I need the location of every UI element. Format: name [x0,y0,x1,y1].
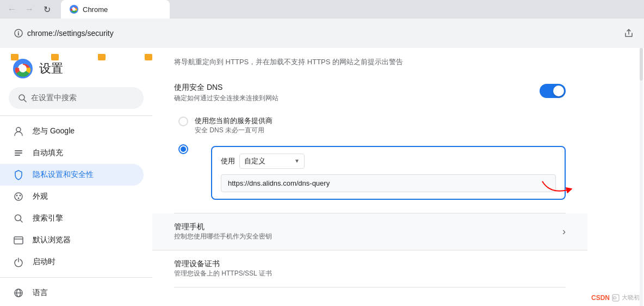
dns-title: 使用安全 DNS [174,83,278,93]
svg-line-9 [24,100,26,102]
shield-icon [13,169,24,180]
svg-rect-12 [15,152,22,154]
watermark-icon [612,294,620,302]
folder-icon [11,54,18,60]
dns-input-wrapper [221,174,556,192]
svg-point-16 [20,195,21,197]
red-arrow-annotation [540,179,572,200]
security-icon: ℹ [14,29,23,38]
browser-chrome: ← → ↻ Chrome ℹ chrome://setting [0,0,644,48]
back-button[interactable]: ← [4,2,20,17]
manage-phone-section[interactable]: 管理手机 控制您使用哪些手机作为安全密钥 › [152,213,587,250]
power-icon [13,256,24,267]
dns-description: 确定如何通过安全连接来连接到网站 [174,94,278,103]
search-bar[interactable]: 在设置中搜索 [9,87,144,109]
sidebar-item-label: 语言 [33,288,48,298]
svg-point-14 [15,193,22,200]
sidebar-item-search[interactable]: 搜索引擎 [0,207,144,229]
dns-select-row: 使用 自定义 ▼ [221,154,556,169]
sidebar-divider [0,115,152,116]
chrome-logo [13,59,33,78]
tab-label: Chrome [83,5,108,14]
dns-box-wrapper: 使用 自定义 ▼ [195,144,566,200]
content-area: 将导航重定向到 HTTPS，并在加载不支持 HTTPS 的网站之前提示出警告 使… [152,48,587,287]
radio-custom[interactable]: 使用 自定义 ▼ [178,139,566,204]
dns-input[interactable] [221,174,556,192]
dns-use-label: 使用 [221,156,235,166]
scrollbar[interactable] [640,48,643,81]
sidebar-item-label: 启动时 [33,257,55,267]
folder-icon [51,54,59,60]
folder-icon [145,54,152,60]
app-layout: 设置 在设置中搜索 您与 Google [0,48,644,306]
globe-icon [13,287,24,298]
svg-text:ℹ: ℹ [17,30,20,36]
dns-dropdown[interactable]: 自定义 ▼ [239,154,305,169]
tab-bar: ← → ↻ Chrome [0,0,644,19]
address-bar[interactable]: ℹ chrome://settings/security [7,23,616,43]
toggle-knob [553,85,564,96]
settings-title: 设置 [39,60,63,77]
sidebar-item-label: 隐私设置和安全性 [33,170,94,180]
sidebar-divider2 [0,277,152,278]
manage-cert-title: 管理设备证书 [174,259,566,269]
share-button[interactable] [620,25,637,42]
dns-text-block: 使用安全 DNS 确定如何通过安全连接来连接到网站 [174,83,278,103]
folder-icon [98,54,106,60]
svg-point-7 [19,65,27,72]
chevron-down-icon: ▼ [294,158,300,164]
svg-point-10 [16,127,21,132]
radio-circle-current [178,117,188,126]
address-text: chrome://settings/security [27,29,114,38]
search-placeholder: 在设置中搜索 [31,93,77,103]
nav-buttons: ← → ↻ [4,2,54,17]
chrome-tab-icon [70,5,78,14]
palette-icon [13,191,24,202]
chevron-right-icon: › [562,226,566,237]
sidebar: 设置 在设置中搜索 您与 Google [0,48,152,306]
radio-current-provider[interactable]: 使用您当前的服务提供商 安全 DNS 未必一直可用 [178,112,566,139]
sidebar-item-language[interactable]: 语言 [0,282,144,304]
person-icon [13,126,24,137]
search-icon [18,94,27,102]
sidebar-item-browser[interactable]: 默认浏览器 [0,229,144,251]
share-icon [624,28,634,38]
svg-line-19 [20,220,22,222]
radio-text-block: 使用您当前的服务提供商 安全 DNS 未必一直可用 [195,116,273,135]
svg-point-2 [72,8,76,11]
radio-options: 使用您当前的服务提供商 安全 DNS 未必一直可用 使用 [174,112,566,204]
manage-cert-desc: 管理您设备上的 HTTPS/SSL 证书 [174,269,566,278]
sidebar-item-google[interactable]: 您与 Google [0,120,144,142]
svg-rect-11 [15,150,22,151]
radio-dot [181,146,186,152]
forward-button[interactable]: → [22,2,37,17]
manage-phone-desc: 控制您使用哪些手机作为安全密钥 [174,232,272,241]
svg-rect-13 [15,155,20,156]
search-sidebar-icon [13,213,24,224]
sidebar-item-label: 搜索引擎 [33,213,63,223]
manage-cert-section: 管理设备证书 管理您设备上的 HTTPS/SSL 证书 [174,250,566,287]
sidebar-item-autofill[interactable]: 自动填充 [0,142,144,164]
manage-phone-text: 管理手机 控制您使用哪些手机作为安全密钥 [174,222,272,241]
refresh-button[interactable]: ↻ [39,2,54,17]
sidebar-item-label: 您与 Google [33,126,75,136]
active-tab[interactable]: Chrome [61,0,170,19]
sidebar-item-privacy[interactable]: 隐私设置和安全性 [0,164,144,186]
radio-sublabel: 安全 DNS 未必一直可用 [195,126,273,135]
watermark: CSDN 大晓初 [591,293,640,302]
sidebar-item-label: 默认浏览器 [33,235,71,245]
sidebar-item-startup[interactable]: 启动时 [0,251,144,273]
dns-row-header: 使用安全 DNS 确定如何通过安全连接来连接到网站 [174,83,566,103]
web-icon [13,235,24,246]
address-bar-row: ℹ chrome://settings/security [0,19,644,48]
sidebar-item-label: 外观 [33,192,48,201]
dns-toggle[interactable] [540,84,566,98]
csdn-logo: CSDN [591,294,610,302]
radio-label: 使用您当前的服务提供商 [195,116,273,126]
sidebar-item-appearance[interactable]: 外观 [0,186,144,207]
sidebar-item-downloads[interactable]: 下载内容 [0,304,144,306]
dns-setting-row: 使用安全 DNS 确定如何通过安全连接来连接到网站 使用您当前的服务提供商 [174,74,566,213]
section-top-text: 将导航重定向到 HTTPS，并在加载不支持 HTTPS 的网站之前提示出警告 [174,48,566,74]
settings-header: 设置 [0,54,152,87]
radio-circle-custom [178,144,188,154]
